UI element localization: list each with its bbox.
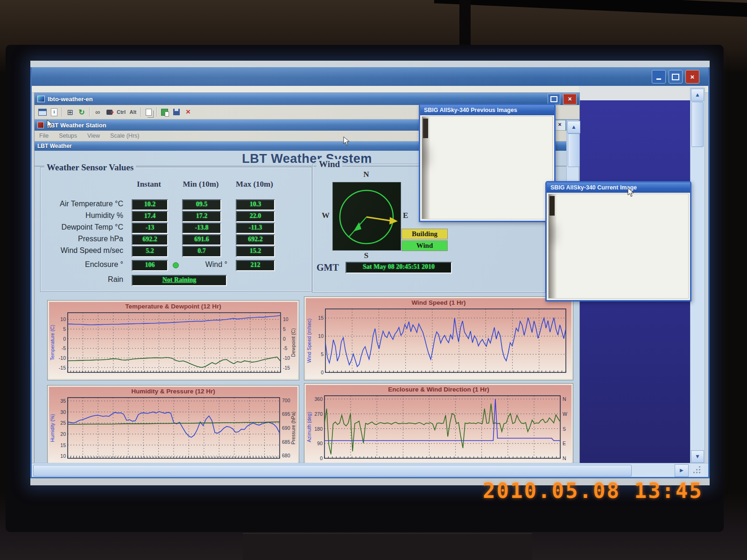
resize-grip[interactable] [691, 463, 704, 476]
svg-text:Humidity (%): Humidity (%) [49, 414, 55, 442]
ctrl-toolbar-button[interactable]: Ctrl [117, 107, 126, 117]
sensor-min-value: -13.8 [182, 223, 221, 234]
hscroll-right-button[interactable]: ► [675, 464, 689, 477]
toolbar-separator [141, 107, 141, 117]
export-icon[interactable] [161, 107, 169, 117]
camera-timestamp: 2010.05.08 13:45 [483, 479, 703, 503]
outer-scroll-up-button[interactable]: ▲ [691, 89, 704, 101]
mouse-cursor [627, 188, 634, 199]
svg-text:-5: -5 [283, 345, 287, 351]
svg-text:695: 695 [282, 411, 290, 417]
svg-text:N: N [563, 396, 566, 402]
svg-text:Wind Speed (m/sec): Wind Speed (m/sec) [306, 318, 312, 363]
minimize-button[interactable] [652, 70, 666, 84]
sensor-instant-value: -13 [132, 223, 168, 234]
alt-toolbar-button[interactable]: Alt [129, 107, 137, 117]
sensor-row: Humidity %17.417.222.0 [41, 211, 311, 221]
station-icon [37, 122, 44, 128]
svg-text:0: 0 [320, 455, 323, 461]
svg-text:5: 5 [321, 351, 324, 357]
series-dewpoint [68, 357, 281, 367]
sensor-row-label: Pressure hPa [41, 235, 123, 243]
inner-title: LBT Weather [37, 143, 72, 149]
doc-info-icon[interactable]: i [50, 107, 58, 117]
compass-west-label: W [316, 211, 330, 220]
svg-text:35: 35 [60, 398, 66, 404]
svg-text:25: 25 [60, 420, 66, 426]
allsky-previous-image [422, 116, 553, 219]
toolbar-separator [62, 107, 63, 117]
sensor-row: Air Temperature °C10.209.510.3 [41, 199, 311, 210]
outer-scroll-thumb[interactable] [691, 102, 704, 147]
sensor-instant-value: 692.2 [132, 234, 168, 245]
svg-text:S: S [563, 426, 566, 432]
glasses-icon[interactable]: ∞ [93, 107, 102, 117]
current-image-titlebar[interactable]: SBIG AllSky-340 Current Image [547, 182, 690, 193]
menu-item-scale-hrs-[interactable]: Scale (Hrs) [110, 133, 140, 139]
menu-item-view[interactable]: View [87, 133, 100, 139]
sensor-instant-value: 10.2 [132, 199, 168, 210]
chart-temperature-dewpoint: Temperature & Dewpoint (12 Hr)1050-5-10-… [47, 300, 299, 380]
svg-text:Dewpoint (C): Dewpoint (C) [290, 328, 296, 357]
previous-images-title: SBIG AllSky-340 Previous Images [424, 107, 517, 113]
svg-text:360: 360 [314, 396, 323, 402]
svg-text:5: 5 [283, 326, 286, 332]
chart-wind-speed: Wind Speed (1 Hr)151050Wind Speed (m/sec… [304, 296, 573, 380]
outer-horizontal-scrollbar[interactable]: ► [30, 463, 710, 477]
sensor-min-value: 09.5 [182, 199, 221, 210]
wind-deg-label: Wind ° [157, 260, 227, 269]
svg-text:W: W [563, 411, 567, 417]
svg-text:30: 30 [60, 409, 66, 415]
outer-window-titlebar[interactable]: × [30, 67, 710, 86]
magnifier-icon[interactable] [105, 107, 113, 117]
sensor-max-value: 692.2 [236, 234, 275, 245]
menu-item-setups[interactable]: Setups [59, 133, 77, 139]
building-arrow [366, 217, 391, 221]
outer-vertical-scrollbar[interactable]: ▲ ▼ [690, 88, 705, 464]
svg-text:690: 690 [282, 425, 290, 431]
window-icon[interactable] [38, 107, 47, 117]
ceiling-pole [459, 0, 471, 49]
save-icon[interactable] [172, 107, 181, 117]
svg-text:685: 685 [282, 439, 290, 445]
svg-text:10: 10 [318, 333, 324, 339]
sensor-row-label: Humidity % [41, 211, 123, 220]
scroll-up-button[interactable]: ▲ [567, 121, 580, 133]
chart-title: Humidity & Pressure (12 Hr) [48, 385, 299, 395]
menu-item-file[interactable]: File [39, 133, 49, 139]
rain-label: Rain [41, 275, 123, 284]
svg-text:E: E [563, 441, 566, 446]
svg-text:270: 270 [314, 411, 323, 417]
column-header-instant: Instant [115, 180, 183, 189]
restore-button[interactable] [548, 94, 560, 105]
svg-text:180: 180 [314, 426, 323, 432]
hscroll-thumb[interactable] [33, 465, 632, 476]
previous-images-titlebar[interactable]: SBIG AllSky-340 Previous Images [420, 105, 554, 115]
maximize-button[interactable] [669, 70, 683, 84]
copy-icon[interactable] [145, 107, 153, 117]
svg-text:Temperature (C): Temperature (C) [49, 325, 55, 360]
monitor-screen: × lbto-weather-en × i⊞↻∞CtrlAlt× LBT Wea… [30, 61, 710, 485]
svg-text:0: 0 [63, 336, 66, 342]
wind-group-title: Wind [317, 159, 342, 169]
column-header-min: Min (10m) [175, 180, 227, 189]
chart-title: Temperature & Dewpoint (12 Hr) [48, 301, 299, 310]
svg-text:-15: -15 [283, 365, 290, 371]
app-title: lbto-weather-en [48, 96, 93, 103]
series-temperature [68, 315, 281, 325]
close-button[interactable]: × [685, 70, 699, 84]
gmt-label: GMT [317, 262, 339, 273]
app-close-button[interactable]: × [563, 94, 577, 105]
app-icon [37, 96, 45, 102]
sensor-min-value: 691.6 [182, 234, 221, 245]
scroll-thumb[interactable] [568, 133, 580, 167]
mouse-cursor [47, 119, 54, 131]
delete-icon[interactable]: × [184, 107, 192, 117]
sensor-row-label: Wind Speed m/sec [41, 246, 123, 255]
outer-scroll-down-button[interactable]: ▼ [691, 450, 704, 463]
svg-text:-15: -15 [59, 365, 66, 371]
fit-window-icon[interactable]: ⊞ [66, 107, 74, 117]
refresh-icon[interactable]: ↻ [78, 107, 86, 117]
enclosure-row: Enclosure ° 106 Wind ° 212 [41, 260, 311, 270]
chart-enclosure-wind-direction: Enclosure & Wind Direction (1 Hr)3602701… [304, 383, 573, 466]
